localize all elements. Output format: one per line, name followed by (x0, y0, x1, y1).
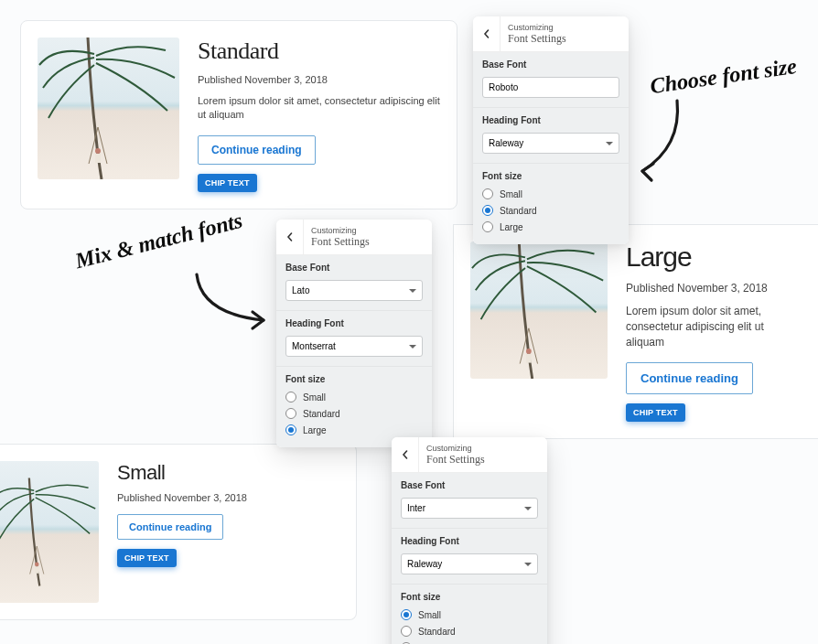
svg-rect-7 (526, 354, 532, 363)
article-excerpt: Lorem ipsum dolor sit amet, consectetur … (198, 94, 440, 123)
customizer-panel: Customizing Font Settings Base Font Lato… (276, 220, 432, 447)
chip-text-button[interactable]: CHIP TEXT (626, 403, 685, 422)
published-date: Published November 3, 2018 (626, 282, 802, 295)
radio-icon (401, 626, 412, 637)
base-font-select[interactable]: Roboto (482, 77, 619, 98)
select-value: Montserrat (292, 341, 336, 351)
radio-label: Small (500, 189, 522, 199)
continue-reading-button[interactable]: Continue reading (198, 135, 316, 165)
continue-reading-button[interactable]: Continue reading (626, 362, 753, 394)
radio-icon (285, 408, 296, 419)
radio-label: Standard (418, 627, 456, 637)
customizer-panel: Customizing Font Settings Base Font Inte… (392, 437, 547, 644)
radio-icon (401, 609, 412, 620)
arrow-icon (192, 270, 274, 334)
article-title: Standard (198, 38, 440, 65)
font-size-small-radio[interactable]: Small (482, 186, 619, 202)
chevron-down-icon (524, 563, 532, 566)
radio-icon (482, 188, 493, 199)
font-size-label: Font size (401, 592, 538, 602)
font-size-label: Font size (482, 171, 619, 181)
font-size-standard-radio[interactable]: Standard (401, 623, 538, 639)
published-date: Published November 3, 2018 (198, 74, 440, 85)
chip-text-button[interactable]: CHIP TEXT (198, 174, 257, 192)
chevron-left-icon (285, 232, 295, 242)
radio-label: Large (500, 222, 523, 232)
svg-point-6 (526, 349, 532, 354)
chevron-down-icon (606, 142, 613, 145)
font-size-large-radio[interactable]: Large (285, 422, 423, 438)
select-value: Lato (292, 285, 309, 295)
radio-label: Small (418, 610, 441, 620)
base-font-select[interactable]: Inter (401, 498, 538, 519)
font-size-small-radio[interactable]: Small (401, 606, 538, 623)
article-excerpt: Lorem ipsum dolor sit amet, consectetur … (626, 304, 802, 349)
heading-font-label: Heading Font (285, 318, 423, 328)
base-font-select[interactable]: Lato (285, 280, 423, 301)
heading-font-label: Heading Font (482, 115, 619, 125)
select-value: Raleway (407, 559, 442, 569)
back-button[interactable] (392, 437, 419, 472)
font-size-standard-radio[interactable]: Standard (285, 405, 423, 422)
chevron-left-icon (401, 450, 410, 459)
panel-title: Font Settings (508, 32, 566, 46)
preview-card-standard: Standard Published November 3, 2018 Lore… (20, 20, 457, 209)
svg-point-2 (95, 148, 101, 154)
panel-title: Font Settings (426, 453, 485, 467)
radio-label: Standard (500, 206, 537, 216)
svg-rect-3 (95, 154, 101, 163)
radio-icon (285, 424, 296, 435)
font-size-small-radio[interactable]: Small (285, 389, 423, 405)
font-size-large-radio[interactable]: Large (401, 639, 538, 644)
back-button[interactable] (276, 220, 304, 254)
radio-icon (482, 205, 493, 216)
panel-supertitle: Customizing (426, 444, 485, 453)
chevron-down-icon (409, 345, 416, 349)
back-button[interactable] (473, 16, 500, 51)
base-font-label: Base Font (482, 59, 619, 70)
chevron-left-icon (482, 29, 491, 38)
font-size-label: Font size (285, 374, 423, 384)
chevron-down-icon (409, 289, 416, 293)
radio-icon (482, 221, 493, 232)
annotation-choose-font-size: Choose font size (649, 54, 799, 99)
base-font-label: Base Font (285, 263, 423, 273)
published-date: Published November 3, 2018 (117, 492, 247, 503)
radio-label: Small (303, 392, 326, 402)
annotation-mix-match-fonts: Mix & match fonts (73, 209, 245, 274)
heading-font-label: Heading Font (401, 536, 538, 546)
chevron-down-icon (524, 507, 532, 510)
svg-point-10 (35, 563, 39, 567)
radio-label: Large (303, 425, 327, 435)
radio-icon (285, 392, 296, 402)
heading-font-select[interactable]: Raleway (401, 553, 538, 574)
font-size-large-radio[interactable]: Large (482, 219, 619, 235)
article-thumbnail (470, 242, 608, 379)
article-thumbnail (38, 38, 179, 179)
font-size-standard-radio[interactable]: Standard (482, 202, 619, 219)
article-title: Large (626, 242, 802, 273)
panel-title: Font Settings (311, 235, 370, 249)
select-value: Raleway (489, 138, 523, 148)
heading-font-select[interactable]: Montserrat (285, 336, 423, 357)
preview-card-small: Small Published November 3, 2018 Continu… (0, 444, 357, 620)
customizer-panel: Customizing Font Settings Base Font Robo… (473, 16, 629, 244)
article-title: Small (117, 461, 247, 485)
heading-font-select[interactable]: Raleway (482, 133, 619, 154)
base-font-label: Base Font (401, 480, 538, 490)
chip-text-button[interactable]: CHIP TEXT (117, 549, 177, 567)
svg-rect-11 (35, 566, 39, 574)
continue-reading-button[interactable]: Continue reading (117, 514, 223, 540)
preview-card-large: Large Published November 3, 2018 Lorem i… (453, 224, 818, 439)
panel-supertitle: Customizing (508, 23, 566, 32)
article-thumbnail (0, 461, 99, 603)
select-value: Inter (407, 503, 425, 513)
select-value: Roboto (489, 82, 518, 92)
radio-label: Standard (303, 409, 340, 419)
arrow-icon (631, 96, 686, 188)
panel-supertitle: Customizing (311, 226, 370, 235)
